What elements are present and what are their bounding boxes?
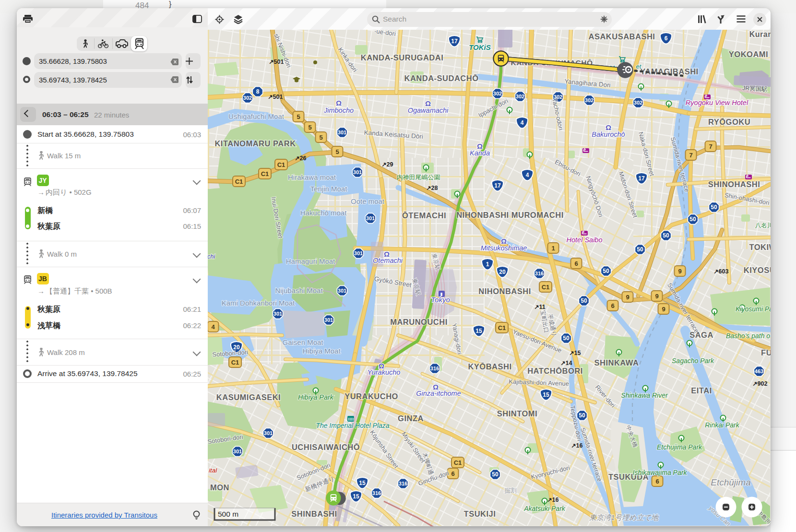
- svg-text:301: 301: [353, 169, 362, 175]
- svg-text:Ishikawajima Park: Ishikawajima Park: [633, 469, 688, 476]
- svg-text:302: 302: [243, 95, 252, 101]
- svg-text:9: 9: [678, 268, 681, 275]
- svg-text:Hibiya Moat: Hibiya Moat: [302, 347, 341, 355]
- svg-text:YURAKUCHO: YURAKUCHO: [345, 392, 398, 401]
- svg-text:50: 50: [663, 232, 669, 239]
- svg-text:↗16: ↗16: [547, 497, 558, 503]
- svg-text:Hakuchō moat: Hakuchō moat: [300, 209, 347, 217]
- svg-text:↗26: ↗26: [295, 155, 306, 162]
- svg-text:4: 4: [526, 172, 529, 178]
- svg-text:9: 9: [655, 293, 658, 300]
- svg-text:302: 302: [493, 91, 502, 96]
- svg-text:15: 15: [353, 493, 359, 500]
- svg-text:chi: chi: [208, 253, 215, 260]
- svg-text:Sagacho Park: Sagacho Park: [672, 357, 714, 365]
- svg-text:Mitsukoshimae: Mitsukoshimae: [481, 244, 527, 252]
- svg-text:50: 50: [579, 412, 585, 419]
- svg-text:7: 7: [709, 143, 712, 150]
- svg-text:6: 6: [451, 470, 454, 477]
- svg-text:八名川公園: 八名川公園: [755, 222, 771, 229]
- svg-text:Ogawamachi: Ogawamachi: [408, 106, 449, 114]
- svg-text:50: 50: [689, 216, 696, 223]
- svg-text:MON: MON: [210, 483, 229, 492]
- svg-text:301: 301: [366, 215, 375, 221]
- svg-text:KANDA-SUDACHŌ: KANDA-SUDACHŌ: [404, 74, 479, 83]
- svg-text:17: 17: [638, 175, 645, 182]
- svg-text:316: 316: [372, 490, 381, 496]
- svg-text:50: 50: [492, 471, 499, 478]
- svg-text:5: 5: [308, 124, 311, 131]
- svg-text:KASUMIGASEKI: KASUMIGASEKI: [216, 393, 281, 402]
- svg-text:8: 8: [256, 88, 260, 95]
- svg-text:ASAKUSABASHI: ASAKUSABASHI: [589, 32, 655, 41]
- svg-text:Shinkawa River: Shinkawa River: [621, 391, 668, 399]
- svg-text:17: 17: [451, 38, 458, 45]
- svg-text:↗11: ↗11: [534, 304, 546, 310]
- svg-text:↗15: ↗15: [569, 350, 581, 356]
- svg-text:6: 6: [665, 35, 668, 42]
- svg-text:9: 9: [626, 294, 629, 301]
- svg-text:SHINBASHI: SHINBASHI: [291, 509, 337, 518]
- svg-text:↗603: ↗603: [713, 268, 728, 275]
- svg-text:The Imperial Hotel Plaza: The Imperial Hotel Plaza: [316, 422, 390, 429]
- svg-text:301: 301: [273, 311, 282, 317]
- svg-text:↗14: ↗14: [560, 360, 572, 366]
- svg-text:5: 5: [319, 134, 322, 141]
- svg-text:Rinkai Park: Rinkai Park: [705, 421, 740, 429]
- svg-text:MARUNOUCHI: MARUNOUCHI: [390, 318, 448, 326]
- svg-text:463: 463: [755, 368, 763, 374]
- svg-text:TSUKIJI: TSUKIJI: [464, 509, 496, 518]
- svg-text:C1: C1: [542, 284, 550, 291]
- svg-text:301: 301: [354, 250, 363, 256]
- svg-text:Gaisen Moat: Gaisen Moat: [282, 338, 323, 346]
- svg-text:301: 301: [264, 430, 273, 436]
- svg-text:UCHISAIWAICHŌ: UCHISAIWAICHŌ: [292, 443, 360, 451]
- svg-text:↗16: ↗16: [571, 442, 582, 449]
- svg-text:15: 15: [359, 480, 366, 486]
- svg-text:C1: C1: [231, 359, 239, 366]
- svg-text:Kurama: Kurama: [749, 30, 771, 38]
- svg-text:50: 50: [581, 297, 587, 304]
- svg-text:316: 316: [430, 366, 439, 371]
- svg-text:C1: C1: [277, 161, 285, 168]
- svg-text:Hamaguri Moat: Hamaguri Moat: [286, 257, 335, 265]
- svg-text:1: 1: [486, 261, 489, 268]
- svg-text:301: 301: [324, 317, 333, 323]
- svg-text:ital: ital: [209, 467, 217, 474]
- svg-text:50: 50: [563, 335, 570, 342]
- svg-text:Bakurochō: Bakurochō: [592, 130, 625, 138]
- svg-text:KYŌBASHI: KYŌBASHI: [468, 362, 511, 371]
- svg-text:東京湾1号埋め立て地: 東京湾1号埋め立て地: [589, 513, 659, 521]
- svg-text:Nijubashi Moat: Nijubashi Moat: [275, 286, 323, 295]
- svg-text:RYŌGOKU: RYŌGOKU: [708, 118, 750, 126]
- svg-text:4: 4: [211, 323, 215, 331]
- svg-text:et: et: [636, 63, 642, 70]
- svg-text:KIYOSU: KIYOSU: [744, 266, 771, 274]
- svg-text:YOKOAMI: YOKOAMI: [729, 50, 768, 59]
- svg-text:302: 302: [516, 94, 524, 99]
- svg-text:TOKIW: TOKIW: [749, 243, 771, 251]
- svg-text:↗28: ↗28: [426, 185, 438, 191]
- svg-text:Ryogoku View Hotel: Ryogoku View Hotel: [686, 99, 748, 106]
- svg-text:302: 302: [634, 100, 642, 106]
- svg-text:Ω: Ω: [336, 99, 342, 107]
- svg-text:Otemachi: Otemachi: [373, 257, 403, 264]
- svg-text:↗501: ↗501: [268, 94, 283, 100]
- svg-text:掘割: 掘割: [504, 487, 517, 494]
- svg-text:6: 6: [655, 478, 659, 485]
- svg-text:15: 15: [475, 328, 482, 334]
- svg-text:Kami Dohkanbori Moat: Kami Dohkanbori Moat: [222, 299, 295, 307]
- svg-text:NIHONBASHI MUROMACHI: NIHONBASHI MUROMACHI: [456, 211, 564, 219]
- svg-text:GINZA: GINZA: [398, 414, 424, 423]
- svg-text:50: 50: [603, 268, 609, 274]
- svg-text:15: 15: [543, 391, 549, 398]
- svg-text:500 m: 500 m: [218, 510, 238, 518]
- svg-text:内神田尾嶋公園: 内神田尾嶋公園: [397, 174, 440, 181]
- svg-text:Kiyosumi Pa: Kiyosumi Pa: [736, 305, 771, 313]
- svg-text:20: 20: [499, 269, 506, 275]
- svg-text:5: 5: [297, 113, 300, 120]
- svg-text:316: 316: [535, 271, 544, 276]
- svg-text:FUKA: FUKA: [761, 348, 771, 357]
- svg-text:ŌTEMACHI: ŌTEMACHI: [402, 211, 446, 220]
- svg-text:301: 301: [233, 449, 242, 454]
